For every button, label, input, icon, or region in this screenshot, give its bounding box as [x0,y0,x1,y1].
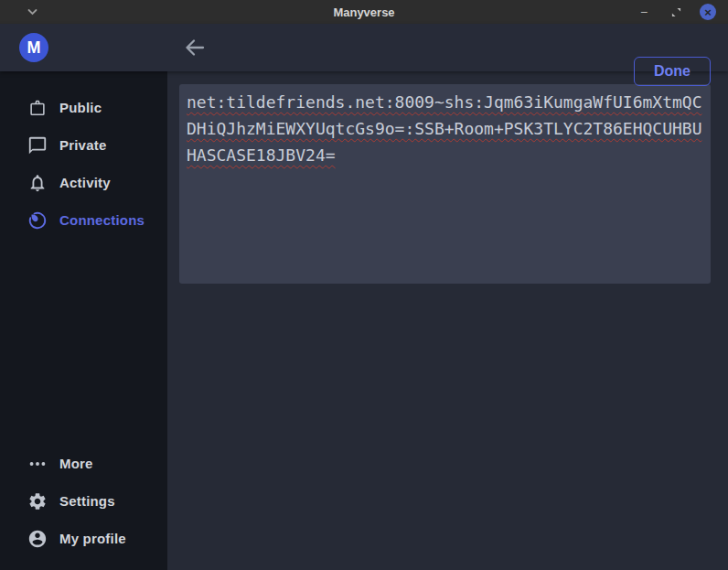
sidebar-item-private[interactable]: Private [0,126,167,164]
content-area: net:tildefriends.net:8009~shs:Jqm63iKumg… [167,71,728,570]
invite-code-line: DHiQJhzMiEWXYUqtcGs9o=:SSB+Room+PSK3TLYC… [187,115,703,142]
sidebar-top-group: Public Private Activity [0,89,167,239]
arrow-left-icon [184,37,206,59]
sidebar: Public Private Activity [0,71,167,570]
done-button[interactable]: Done [634,57,711,86]
sidebar-item-my-profile[interactable]: My profile [0,520,167,557]
close-button[interactable]: × [700,4,716,20]
sidebar-item-public[interactable]: Public [0,89,167,126]
gear-icon [27,491,48,511]
window-title: Manyverse [0,5,728,19]
sidebar-item-label: Activity [59,175,111,190]
sidebar-item-settings[interactable]: Settings [0,482,167,520]
bell-icon [27,173,48,193]
sidebar-item-connections[interactable]: Connections [0,201,167,239]
restore-button[interactable] [668,4,684,20]
sidebar-item-label: Private [59,137,106,153]
manyverse-logo: M [19,33,48,62]
ellipsis-icon [27,454,48,474]
account-circle-icon [27,529,48,549]
sidebar-item-more[interactable]: More [0,445,167,482]
minimize-button[interactable]: − [636,4,652,20]
compass-needle-icon [27,210,48,231]
sidebar-item-activity[interactable]: Activity [0,164,167,201]
sidebar-item-label: Public [59,100,102,115]
back-button[interactable] [183,36,207,59]
sidebar-item-label: Settings [59,493,115,509]
window-controls: − × [636,4,728,20]
invite-code-line: HASCASE18JBV24= [187,142,703,168]
window-menu-chevron-icon[interactable] [27,8,37,16]
window-titlebar: Manyverse − × [0,0,728,24]
invite-code-input[interactable]: net:tildefriends.net:8009~shs:Jqm63iKumg… [179,84,711,284]
sidebar-item-label: My profile [59,531,126,546]
chat-bubble-icon [27,135,48,156]
invite-code-line: net:tildefriends.net:8009~shs:Jqm63iKumg… [187,89,703,115]
app-header: M Done [0,24,728,71]
sidebar-item-label: Connections [59,212,145,228]
main-area: Public Private Activity [0,71,728,570]
sidebar-item-label: More [59,456,93,471]
sidebar-bottom-group: More Settings My profile [0,445,167,557]
bulletin-board-icon [27,98,48,118]
